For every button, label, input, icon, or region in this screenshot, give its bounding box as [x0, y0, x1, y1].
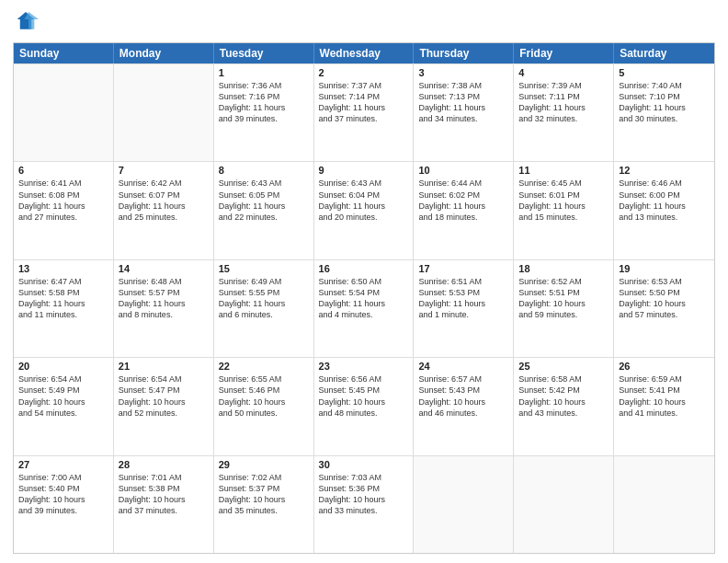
cell-day-number: 15	[219, 263, 309, 274]
cell-day-number: 21	[119, 361, 209, 372]
cell-day-number: 19	[619, 263, 710, 274]
cal-cell: 23Sunrise: 6:56 AM Sunset: 5:45 PM Dayli…	[314, 358, 415, 454]
cal-cell: 30Sunrise: 7:03 AM Sunset: 5:36 PM Dayli…	[314, 456, 415, 553]
cal-cell: 13Sunrise: 6:47 AM Sunset: 5:58 PM Dayli…	[14, 260, 114, 357]
cell-day-number: 17	[418, 263, 508, 274]
calendar: SundayMondayTuesdayWednesdayThursdayFrid…	[13, 42, 715, 554]
cell-info: Sunrise: 6:53 AM Sunset: 5:50 PM Dayligh…	[619, 276, 710, 321]
cal-header-wednesday: Wednesday	[314, 43, 415, 63]
cell-day-number: 3	[418, 67, 508, 78]
cal-cell: 25Sunrise: 6:58 AM Sunset: 5:42 PM Dayli…	[514, 358, 614, 454]
logo	[13, 9, 42, 35]
cell-info: Sunrise: 6:55 AM Sunset: 5:46 PM Dayligh…	[219, 373, 309, 419]
cal-week-3: 20Sunrise: 6:54 AM Sunset: 5:49 PM Dayli…	[14, 357, 714, 454]
cell-day-number: 10	[418, 165, 508, 176]
cell-info: Sunrise: 6:46 AM Sunset: 6:00 PM Dayligh…	[619, 178, 710, 223]
header	[13, 9, 715, 35]
cal-cell: 29Sunrise: 7:02 AM Sunset: 5:37 PM Dayli…	[214, 456, 314, 553]
cal-cell: 15Sunrise: 6:49 AM Sunset: 5:55 PM Dayli…	[214, 260, 314, 357]
cell-info: Sunrise: 6:48 AM Sunset: 5:57 PM Dayligh…	[119, 276, 209, 321]
cal-cell: 2Sunrise: 7:37 AM Sunset: 7:14 PM Daylig…	[314, 64, 415, 161]
cell-info: Sunrise: 7:36 AM Sunset: 7:16 PM Dayligh…	[219, 80, 309, 125]
cell-day-number: 2	[319, 67, 409, 78]
cell-day-number: 13	[18, 263, 108, 274]
cal-week-1: 6Sunrise: 6:41 AM Sunset: 6:08 PM Daylig…	[14, 161, 714, 259]
cal-cell: 5Sunrise: 7:40 AM Sunset: 7:10 PM Daylig…	[614, 64, 714, 161]
cell-day-number: 20	[18, 361, 108, 372]
cell-day-number: 24	[418, 361, 508, 372]
cal-cell	[114, 64, 214, 161]
cal-cell: 4Sunrise: 7:39 AM Sunset: 7:11 PM Daylig…	[514, 64, 614, 161]
cell-info: Sunrise: 6:59 AM Sunset: 5:41 PM Dayligh…	[619, 373, 710, 419]
cell-day-number: 8	[219, 165, 309, 176]
cal-cell: 18Sunrise: 6:52 AM Sunset: 5:51 PM Dayli…	[514, 260, 614, 357]
cell-info: Sunrise: 6:54 AM Sunset: 5:49 PM Dayligh…	[18, 373, 108, 419]
cell-info: Sunrise: 6:43 AM Sunset: 6:05 PM Dayligh…	[219, 178, 309, 223]
cell-info: Sunrise: 6:49 AM Sunset: 5:55 PM Dayligh…	[219, 276, 309, 321]
cell-info: Sunrise: 7:40 AM Sunset: 7:10 PM Dayligh…	[619, 80, 710, 125]
cell-info: Sunrise: 7:37 AM Sunset: 7:14 PM Dayligh…	[319, 80, 409, 125]
cell-day-number: 23	[319, 361, 409, 372]
cal-cell: 17Sunrise: 6:51 AM Sunset: 5:53 PM Dayli…	[414, 260, 514, 357]
cell-info: Sunrise: 6:42 AM Sunset: 6:07 PM Dayligh…	[119, 178, 209, 223]
cal-cell: 6Sunrise: 6:41 AM Sunset: 6:08 PM Daylig…	[14, 162, 114, 259]
cell-info: Sunrise: 7:00 AM Sunset: 5:40 PM Dayligh…	[18, 472, 108, 517]
cell-info: Sunrise: 7:01 AM Sunset: 5:38 PM Dayligh…	[119, 472, 209, 517]
cal-cell: 19Sunrise: 6:53 AM Sunset: 5:50 PM Dayli…	[614, 260, 714, 357]
cal-header-thursday: Thursday	[414, 43, 514, 63]
cal-cell: 24Sunrise: 6:57 AM Sunset: 5:43 PM Dayli…	[414, 358, 514, 454]
cal-cell	[614, 456, 714, 553]
cell-info: Sunrise: 6:45 AM Sunset: 6:01 PM Dayligh…	[518, 178, 609, 223]
cal-cell: 20Sunrise: 6:54 AM Sunset: 5:49 PM Dayli…	[14, 358, 114, 454]
cell-day-number: 22	[219, 361, 309, 372]
cell-day-number: 9	[319, 165, 409, 176]
cell-day-number: 25	[518, 361, 609, 372]
calendar-body: 1Sunrise: 7:36 AM Sunset: 7:16 PM Daylig…	[14, 63, 714, 553]
cell-day-number: 1	[219, 67, 309, 78]
cal-cell	[14, 64, 114, 161]
cal-cell: 7Sunrise: 6:42 AM Sunset: 6:07 PM Daylig…	[114, 162, 214, 259]
cal-cell: 27Sunrise: 7:00 AM Sunset: 5:40 PM Dayli…	[14, 456, 114, 553]
cal-cell: 8Sunrise: 6:43 AM Sunset: 6:05 PM Daylig…	[214, 162, 314, 259]
cell-info: Sunrise: 6:56 AM Sunset: 5:45 PM Dayligh…	[319, 373, 409, 419]
cal-cell: 21Sunrise: 6:54 AM Sunset: 5:47 PM Dayli…	[114, 358, 214, 454]
cal-cell: 26Sunrise: 6:59 AM Sunset: 5:41 PM Dayli…	[614, 358, 714, 454]
cal-cell: 14Sunrise: 6:48 AM Sunset: 5:57 PM Dayli…	[114, 260, 214, 357]
cal-cell: 11Sunrise: 6:45 AM Sunset: 6:01 PM Dayli…	[514, 162, 614, 259]
cell-info: Sunrise: 6:58 AM Sunset: 5:42 PM Dayligh…	[518, 373, 609, 419]
cal-cell: 28Sunrise: 7:01 AM Sunset: 5:38 PM Dayli…	[114, 456, 214, 553]
cal-cell: 1Sunrise: 7:36 AM Sunset: 7:16 PM Daylig…	[214, 64, 314, 161]
cell-day-number: 5	[619, 67, 710, 78]
page: SundayMondayTuesdayWednesdayThursdayFrid…	[0, 0, 728, 563]
cell-info: Sunrise: 6:57 AM Sunset: 5:43 PM Dayligh…	[418, 373, 508, 419]
cell-day-number: 11	[518, 165, 609, 176]
cell-info: Sunrise: 6:44 AM Sunset: 6:02 PM Dayligh…	[418, 178, 508, 223]
cell-day-number: 28	[119, 459, 209, 470]
cal-cell	[414, 456, 514, 553]
cal-cell: 10Sunrise: 6:44 AM Sunset: 6:02 PM Dayli…	[414, 162, 514, 259]
logo-icon	[13, 9, 39, 35]
cell-info: Sunrise: 7:02 AM Sunset: 5:37 PM Dayligh…	[219, 472, 309, 517]
cell-info: Sunrise: 6:47 AM Sunset: 5:58 PM Dayligh…	[18, 276, 108, 321]
cell-info: Sunrise: 6:52 AM Sunset: 5:51 PM Dayligh…	[518, 276, 609, 321]
cell-info: Sunrise: 6:41 AM Sunset: 6:08 PM Dayligh…	[18, 178, 108, 223]
cell-day-number: 12	[619, 165, 710, 176]
cell-day-number: 4	[518, 67, 609, 78]
cal-header-friday: Friday	[514, 43, 614, 63]
cell-info: Sunrise: 7:39 AM Sunset: 7:11 PM Dayligh…	[518, 80, 609, 125]
cell-day-number: 16	[319, 263, 409, 274]
cal-week-4: 27Sunrise: 7:00 AM Sunset: 5:40 PM Dayli…	[14, 455, 714, 553]
cell-info: Sunrise: 6:54 AM Sunset: 5:47 PM Dayligh…	[119, 373, 209, 419]
calendar-header-row: SundayMondayTuesdayWednesdayThursdayFrid…	[14, 43, 714, 63]
cal-cell: 22Sunrise: 6:55 AM Sunset: 5:46 PM Dayli…	[214, 358, 314, 454]
cal-header-monday: Monday	[114, 43, 214, 63]
cal-cell: 9Sunrise: 6:43 AM Sunset: 6:04 PM Daylig…	[314, 162, 415, 259]
cal-header-sunday: Sunday	[14, 43, 114, 63]
cal-cell	[514, 456, 614, 553]
cell-info: Sunrise: 6:51 AM Sunset: 5:53 PM Dayligh…	[418, 276, 508, 321]
cell-info: Sunrise: 7:38 AM Sunset: 7:13 PM Dayligh…	[418, 80, 508, 125]
cell-day-number: 6	[18, 165, 108, 176]
cell-day-number: 14	[119, 263, 209, 274]
cal-header-saturday: Saturday	[614, 43, 714, 63]
cell-day-number: 29	[219, 459, 309, 470]
